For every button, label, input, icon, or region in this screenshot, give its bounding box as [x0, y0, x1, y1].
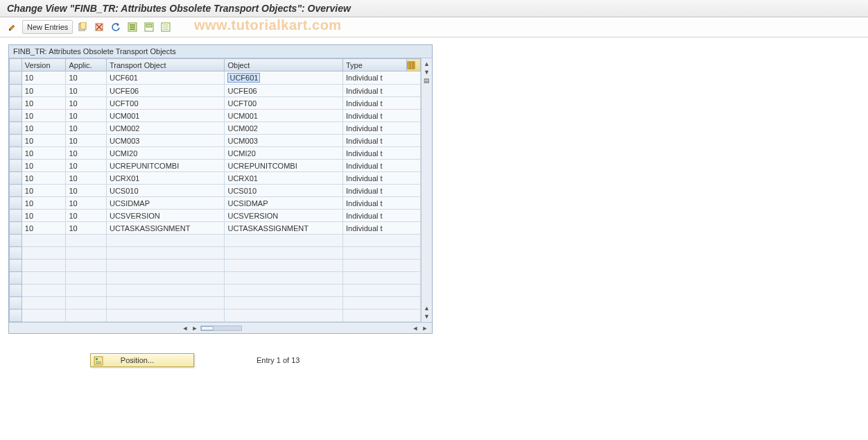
row-selector[interactable] [10, 160, 22, 172]
cell-version[interactable]: 10 [21, 147, 66, 160]
table-row[interactable]: 1010UCF601UCF601Individual t [10, 71, 421, 85]
cell-version[interactable]: 10 [21, 85, 66, 97]
cell-type[interactable]: Individual t [343, 160, 421, 172]
cell-version[interactable]: 10 [21, 172, 66, 185]
col-header-type[interactable]: Type [343, 59, 407, 71]
row-selector[interactable] [10, 222, 22, 235]
cell-object[interactable]: UCM003 [225, 135, 343, 147]
cell-version[interactable]: 10 [21, 135, 66, 147]
row-selector[interactable] [10, 260, 22, 272]
undo-change-icon[interactable] [109, 20, 123, 34]
position-button[interactable]: Position... [90, 353, 194, 367]
row-selector[interactable] [10, 185, 22, 197]
horizontal-scrollbar[interactable]: ◄ ► ◄ ► [9, 322, 432, 333]
cell-type[interactable]: Individual t [343, 122, 421, 135]
cell-object[interactable]: UCMI20 [225, 147, 343, 160]
scroll-page-icon[interactable]: ▤ [423, 76, 431, 85]
cell-type[interactable]: Individual t [343, 135, 421, 147]
cell-applic[interactable]: 10 [66, 160, 107, 172]
scroll-up-icon[interactable]: ▲ [423, 60, 431, 68]
cell-transport-object[interactable]: UCFT00 [106, 97, 225, 110]
cell-object[interactable]: UCREPUNITCOMBI [225, 160, 343, 172]
cell-transport-object[interactable]: UCSIDMAP [106, 197, 225, 210]
toggle-display-change-icon[interactable] [6, 20, 19, 34]
configure-columns-icon[interactable] [406, 59, 420, 71]
cell-applic[interactable]: 10 [66, 222, 107, 235]
table-row[interactable]: 1010UCM003UCM003Individual t [10, 135, 421, 147]
cell-applic[interactable]: 10 [66, 122, 107, 135]
scroll-up-bottom-icon[interactable]: ▲ [423, 304, 431, 312]
cell-type[interactable]: Individual t [343, 197, 421, 210]
cell-type[interactable]: Individual t [343, 71, 421, 85]
row-selector[interactable] [10, 285, 22, 297]
cell-version[interactable]: 10 [21, 71, 66, 85]
cell-object[interactable]: UCS010 [225, 185, 343, 197]
cell-applic[interactable]: 10 [66, 97, 107, 110]
table-row[interactable]: 1010UCREPUNITCOMBIUCREPUNITCOMBIIndividu… [10, 160, 421, 172]
row-selector[interactable] [10, 147, 22, 160]
row-selector[interactable] [10, 272, 22, 285]
cell-type[interactable]: Individual t [343, 222, 421, 235]
table-row[interactable]: 1010UCSIDMAPUCSIDMAPIndividual t [10, 197, 421, 210]
scroll-down-icon[interactable]: ▼ [423, 312, 431, 321]
copy-as-icon[interactable] [76, 20, 89, 34]
cell-transport-object[interactable]: UCM003 [106, 135, 225, 147]
cell-object[interactable]: UCSIDMAP [225, 197, 343, 210]
cell-version[interactable]: 10 [21, 222, 66, 235]
row-selector[interactable] [10, 97, 22, 110]
row-selector[interactable] [10, 297, 22, 310]
cell-transport-object[interactable]: UCRX01 [106, 172, 225, 185]
cell-object[interactable]: UCFE06 [225, 85, 343, 97]
cell-version[interactable]: 10 [21, 97, 66, 110]
cell-type[interactable]: Individual t [343, 85, 421, 97]
row-selector-header[interactable] [10, 59, 22, 71]
cell-applic[interactable]: 10 [66, 147, 107, 160]
table-row[interactable]: 1010UCFT00UCFT00Individual t [10, 97, 421, 110]
row-selector[interactable] [10, 247, 22, 260]
cell-version[interactable]: 10 [21, 160, 66, 172]
cell-object[interactable]: UCFT00 [225, 97, 343, 110]
scroll-left-icon[interactable]: ◄ [181, 324, 189, 332]
table-row[interactable]: 1010UCTASKASSIGNMENTUCTASKASSIGNMENTIndi… [10, 222, 421, 235]
cell-object[interactable]: UCM002 [225, 122, 343, 135]
cell-object[interactable]: UCM001 [225, 110, 343, 122]
cell-applic[interactable]: 10 [66, 110, 107, 122]
cell-type[interactable]: Individual t [343, 147, 421, 160]
cell-transport-object[interactable]: UCS010 [106, 185, 225, 197]
cell-version[interactable]: 10 [21, 210, 66, 222]
table-row[interactable]: 1010UCFE06UCFE06Individual t [10, 85, 421, 97]
cell-type[interactable]: Individual t [343, 172, 421, 185]
vertical-scrollbar[interactable]: ▲ ▼ ▤ ▲ ▼ [421, 58, 432, 322]
cell-applic[interactable]: 10 [66, 197, 107, 210]
table-row[interactable]: 1010UCMI20UCMI20Individual t [10, 147, 421, 160]
row-selector[interactable] [10, 110, 22, 122]
col-header-object[interactable]: Object [225, 59, 343, 71]
col-header-version[interactable]: Version [21, 59, 66, 71]
scroll-right-end-icon[interactable]: ► [421, 324, 429, 332]
cell-object[interactable]: UCRX01 [225, 172, 343, 185]
cell-applic[interactable]: 10 [66, 185, 107, 197]
cell-object[interactable]: UCF601 [225, 71, 343, 85]
delete-icon[interactable] [92, 20, 106, 34]
col-header-applic[interactable]: Applic. [66, 59, 107, 71]
cell-transport-object[interactable]: UCM001 [106, 110, 225, 122]
cell-applic[interactable]: 10 [66, 71, 107, 85]
select-block-icon[interactable] [142, 20, 156, 34]
cell-applic[interactable]: 10 [66, 172, 107, 185]
cell-transport-object[interactable]: UCM002 [106, 122, 225, 135]
row-selector[interactable] [10, 210, 22, 222]
scroll-left-end-icon[interactable]: ◄ [411, 324, 419, 332]
row-selector[interactable] [10, 122, 22, 135]
cell-version[interactable]: 10 [21, 185, 66, 197]
cell-transport-object[interactable]: UCSVERSION [106, 210, 225, 222]
row-selector[interactable] [10, 135, 22, 147]
table-row[interactable]: 1010UCRX01UCRX01Individual t [10, 172, 421, 185]
cell-version[interactable]: 10 [21, 110, 66, 122]
row-selector[interactable] [10, 235, 22, 247]
cell-object[interactable]: UCSVERSION [225, 210, 343, 222]
col-header-transport-object[interactable]: Transport Object [106, 59, 225, 71]
cell-applic[interactable]: 10 [66, 135, 107, 147]
cell-applic[interactable]: 10 [66, 210, 107, 222]
cell-type[interactable]: Individual t [343, 110, 421, 122]
cell-transport-object[interactable]: UCMI20 [106, 147, 225, 160]
